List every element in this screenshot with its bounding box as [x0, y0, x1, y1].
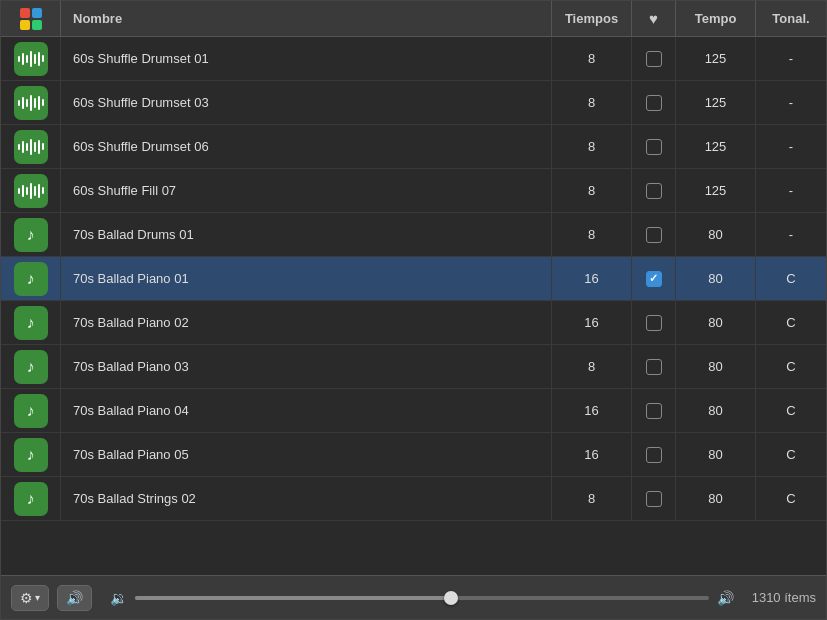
tonal-column-header[interactable]: Tonal. — [756, 1, 826, 36]
cell-fav[interactable] — [632, 389, 676, 432]
waveform-icon-box — [14, 42, 48, 76]
cell-fav[interactable] — [632, 433, 676, 476]
cell-tempo: 125 — [676, 125, 756, 168]
table-row[interactable]: ♪70s Ballad Piano 011680C — [1, 257, 826, 301]
fav-column-header[interactable]: ♥ — [632, 1, 676, 36]
cell-tonal: - — [756, 213, 826, 256]
table-row[interactable]: ♪70s Ballad Piano 03880C — [1, 345, 826, 389]
cell-icon — [1, 125, 61, 168]
main-window: Nombre Tiempos ♥ Tempo Tonal. 60s Shuffl… — [0, 0, 827, 620]
music-note-icon: ♪ — [27, 490, 35, 508]
favorite-checkbox[interactable] — [646, 491, 662, 507]
cell-name: 60s Shuffle Drumset 03 — [61, 81, 552, 124]
cell-tempo: 80 — [676, 213, 756, 256]
note-icon-box: ♪ — [14, 218, 48, 252]
cell-fav[interactable] — [632, 213, 676, 256]
cell-tempo: 80 — [676, 345, 756, 388]
cell-fav[interactable] — [632, 257, 676, 300]
speaker-button[interactable]: 🔊 — [57, 585, 92, 611]
favorite-checkbox[interactable] — [646, 51, 662, 67]
cell-tempo: 80 — [676, 389, 756, 432]
table-row[interactable]: ♪70s Ballad Piano 021680C — [1, 301, 826, 345]
table-row[interactable]: 60s Shuffle Drumset 018125- — [1, 37, 826, 81]
note-icon-box: ♪ — [14, 438, 48, 472]
favorite-checkbox[interactable] — [646, 447, 662, 463]
cell-name: 70s Ballad Strings 02 — [61, 477, 552, 520]
cell-fav[interactable] — [632, 301, 676, 344]
note-icon-box: ♪ — [14, 394, 48, 428]
favorite-checkbox[interactable] — [646, 95, 662, 111]
cell-tonal: C — [756, 477, 826, 520]
favorite-checkbox[interactable] — [646, 139, 662, 155]
cell-tiempos: 8 — [552, 213, 632, 256]
favorite-checkbox[interactable] — [646, 227, 662, 243]
status-bar: ⚙ ▾ 🔊 🔉 🔊 1310 ítems — [1, 575, 826, 619]
volume-control: 🔉 🔊 — [110, 590, 734, 606]
table-body[interactable]: 60s Shuffle Drumset 018125-60s Shuffle D… — [1, 37, 826, 575]
tempo-column-header[interactable]: Tempo — [676, 1, 756, 36]
favorite-checkbox[interactable] — [646, 359, 662, 375]
volume-slider[interactable] — [135, 596, 709, 600]
cell-tiempos: 8 — [552, 345, 632, 388]
cell-tiempos: 16 — [552, 389, 632, 432]
cell-fav[interactable] — [632, 125, 676, 168]
cell-tempo: 80 — [676, 477, 756, 520]
note-icon-box: ♪ — [14, 350, 48, 384]
cell-icon: ♪ — [1, 257, 61, 300]
cell-fav[interactable] — [632, 37, 676, 80]
settings-button[interactable]: ⚙ ▾ — [11, 585, 49, 611]
waveform-lines — [18, 182, 44, 200]
cell-tonal: C — [756, 389, 826, 432]
cell-icon — [1, 81, 61, 124]
cell-tonal: C — [756, 257, 826, 300]
favorite-checkbox[interactable] — [646, 183, 662, 199]
cell-fav[interactable] — [632, 169, 676, 212]
cell-icon: ♪ — [1, 389, 61, 432]
cell-name: 70s Ballad Piano 03 — [61, 345, 552, 388]
table-row[interactable]: 60s Shuffle Drumset 038125- — [1, 81, 826, 125]
cell-tiempos: 8 — [552, 81, 632, 124]
cell-icon: ♪ — [1, 345, 61, 388]
cell-tonal: - — [756, 37, 826, 80]
table-row[interactable]: ♪70s Ballad Drums 01880- — [1, 213, 826, 257]
cell-icon: ♪ — [1, 477, 61, 520]
cell-name: 60s Shuffle Drumset 01 — [61, 37, 552, 80]
table-row[interactable]: ♪70s Ballad Piano 051680C — [1, 433, 826, 477]
cell-tempo: 80 — [676, 433, 756, 476]
music-note-icon: ♪ — [27, 446, 35, 464]
waveform-lines — [18, 94, 44, 112]
favorite-checkbox[interactable] — [646, 403, 662, 419]
cell-name: 70s Ballad Piano 01 — [61, 257, 552, 300]
volume-low-icon: 🔉 — [110, 590, 127, 606]
cell-fav[interactable] — [632, 81, 676, 124]
cell-tempo: 125 — [676, 81, 756, 124]
waveform-lines — [18, 50, 44, 68]
name-column-header[interactable]: Nombre — [61, 1, 552, 36]
table-row[interactable]: 60s Shuffle Fill 078125- — [1, 169, 826, 213]
cell-fav[interactable] — [632, 345, 676, 388]
cell-tonal: - — [756, 81, 826, 124]
cell-icon: ♪ — [1, 301, 61, 344]
cell-name: 70s Ballad Piano 04 — [61, 389, 552, 432]
table-row[interactable]: ♪70s Ballad Strings 02880C — [1, 477, 826, 521]
music-note-icon: ♪ — [27, 270, 35, 288]
volume-slider-thumb — [444, 591, 458, 605]
cell-tiempos: 16 — [552, 257, 632, 300]
cell-tempo: 125 — [676, 37, 756, 80]
table-row[interactable]: ♪70s Ballad Piano 041680C — [1, 389, 826, 433]
cell-tonal: - — [756, 169, 826, 212]
cell-tonal: C — [756, 345, 826, 388]
music-note-icon: ♪ — [27, 314, 35, 332]
cell-fav[interactable] — [632, 477, 676, 520]
gear-icon: ⚙ — [20, 590, 33, 606]
favorite-checkbox[interactable] — [646, 315, 662, 331]
app-logo — [20, 8, 42, 30]
tiempos-column-header[interactable]: Tiempos — [552, 1, 632, 36]
speaker-icon: 🔊 — [66, 590, 83, 606]
cell-tiempos: 16 — [552, 433, 632, 476]
table-row[interactable]: 60s Shuffle Drumset 068125- — [1, 125, 826, 169]
cell-icon: ♪ — [1, 213, 61, 256]
waveform-lines — [18, 138, 44, 156]
favorite-checkbox[interactable] — [646, 271, 662, 287]
chevron-down-icon: ▾ — [35, 592, 40, 603]
